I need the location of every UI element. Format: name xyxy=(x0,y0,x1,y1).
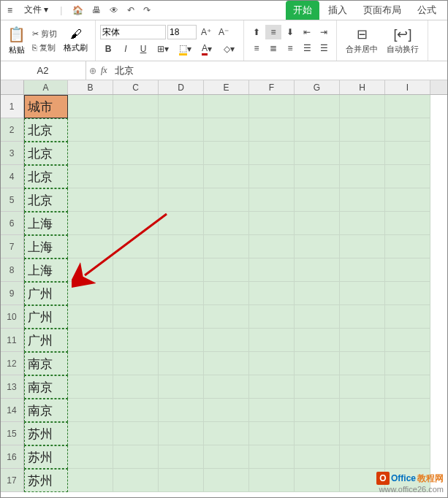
cell[interactable] xyxy=(249,165,295,188)
undo-icon[interactable]: ↶ xyxy=(126,4,136,17)
cell[interactable] xyxy=(113,305,159,329)
col-header-H[interactable]: H xyxy=(340,80,385,94)
cell[interactable] xyxy=(249,469,295,492)
cell[interactable] xyxy=(340,142,385,165)
cell[interactable] xyxy=(159,282,204,305)
cell[interactable] xyxy=(295,352,340,375)
cell[interactable] xyxy=(204,212,249,235)
cell[interactable] xyxy=(385,305,430,329)
italic-button[interactable]: I xyxy=(118,42,134,56)
name-box[interactable]: A2 xyxy=(0,61,86,80)
row-header[interactable]: 2 xyxy=(0,118,24,142)
cell[interactable] xyxy=(68,422,113,445)
cell[interactable]: 上海 xyxy=(24,212,68,235)
cell[interactable] xyxy=(68,165,113,188)
cell[interactable] xyxy=(340,235,385,258)
cell[interactable] xyxy=(159,422,204,445)
cell[interactable] xyxy=(295,305,340,329)
cell[interactable] xyxy=(340,445,385,469)
cell[interactable]: 广州 xyxy=(24,305,68,329)
cell[interactable] xyxy=(159,142,204,165)
cell[interactable] xyxy=(385,258,430,282)
cell[interactable] xyxy=(340,329,385,352)
cell[interactable] xyxy=(295,188,340,212)
font-size-select[interactable] xyxy=(167,25,197,39)
font-color-button[interactable]: A▾ xyxy=(197,42,217,56)
print-preview-icon[interactable]: 👁 xyxy=(108,4,120,17)
cell[interactable] xyxy=(295,399,340,422)
decrease-indent-button[interactable]: ⇤ xyxy=(299,25,315,39)
cell[interactable] xyxy=(68,212,113,235)
cell[interactable] xyxy=(113,445,159,469)
row-header[interactable]: 1 xyxy=(0,95,24,118)
cell[interactable] xyxy=(295,329,340,352)
cell[interactable] xyxy=(340,95,385,118)
cell[interactable] xyxy=(68,188,113,212)
cell[interactable] xyxy=(204,399,249,422)
cell[interactable] xyxy=(249,142,295,165)
cell[interactable] xyxy=(295,118,340,142)
cell[interactable] xyxy=(159,469,204,492)
cell[interactable] xyxy=(159,352,204,375)
cell[interactable] xyxy=(204,469,249,492)
cell[interactable] xyxy=(249,352,295,375)
row-header[interactable]: 5 xyxy=(0,188,24,212)
cell[interactable] xyxy=(295,95,340,118)
cell[interactable]: 广州 xyxy=(24,329,68,352)
cell[interactable]: 上海 xyxy=(24,258,68,282)
row-header[interactable]: 12 xyxy=(0,352,24,375)
cell[interactable] xyxy=(113,399,159,422)
cell[interactable] xyxy=(113,352,159,375)
cell[interactable] xyxy=(68,118,113,142)
cell[interactable]: 南京 xyxy=(24,352,68,375)
redo-icon[interactable]: ↷ xyxy=(142,4,152,17)
row-header[interactable]: 9 xyxy=(0,282,24,305)
cell[interactable] xyxy=(295,212,340,235)
bold-button[interactable]: B xyxy=(100,42,116,56)
col-header-I[interactable]: I xyxy=(385,80,430,94)
cell[interactable]: 北京 xyxy=(24,118,68,142)
paste-button[interactable]: 📋 粘贴 xyxy=(4,24,29,57)
cell[interactable] xyxy=(113,235,159,258)
cell[interactable] xyxy=(159,445,204,469)
cell[interactable] xyxy=(295,165,340,188)
row-header[interactable]: 4 xyxy=(0,165,24,188)
cell[interactable] xyxy=(159,258,204,282)
cell[interactable] xyxy=(204,329,249,352)
cell[interactable] xyxy=(159,329,204,352)
cell[interactable]: 广州 xyxy=(24,282,68,305)
cell[interactable]: 北京 xyxy=(24,188,68,212)
cell[interactable] xyxy=(159,188,204,212)
cell[interactable] xyxy=(295,422,340,445)
cell[interactable] xyxy=(68,282,113,305)
cell[interactable]: 苏州 xyxy=(24,469,68,492)
goto-icon[interactable]: ⊕ xyxy=(89,66,96,76)
align-bottom-button[interactable]: ⬇ xyxy=(282,25,298,39)
cell[interactable] xyxy=(249,399,295,422)
border-button[interactable]: ⊞▾ xyxy=(153,42,173,56)
row-header[interactable]: 10 xyxy=(0,305,24,329)
cell[interactable] xyxy=(113,282,159,305)
cell[interactable] xyxy=(159,235,204,258)
cell[interactable] xyxy=(204,188,249,212)
cell[interactable] xyxy=(340,352,385,375)
home-icon[interactable]: 🏠 xyxy=(71,4,85,17)
cell[interactable] xyxy=(340,375,385,399)
cell[interactable] xyxy=(295,375,340,399)
align-middle-button[interactable]: ≡ xyxy=(265,25,281,39)
cell[interactable] xyxy=(113,375,159,399)
select-all-corner[interactable] xyxy=(0,80,24,94)
cell[interactable] xyxy=(159,118,204,142)
copy-button[interactable]: ⎘复制 xyxy=(30,42,59,54)
cell[interactable] xyxy=(385,212,430,235)
cell[interactable] xyxy=(204,95,249,118)
hamburger-icon[interactable]: ≡ xyxy=(4,4,15,17)
decrease-font-button[interactable]: A⁻ xyxy=(216,25,232,39)
cell[interactable] xyxy=(113,422,159,445)
underline-button[interactable]: U xyxy=(135,42,151,56)
cell[interactable] xyxy=(385,422,430,445)
cell[interactable] xyxy=(295,142,340,165)
row-header[interactable]: 15 xyxy=(0,422,24,445)
cell[interactable] xyxy=(68,329,113,352)
cell[interactable] xyxy=(295,235,340,258)
